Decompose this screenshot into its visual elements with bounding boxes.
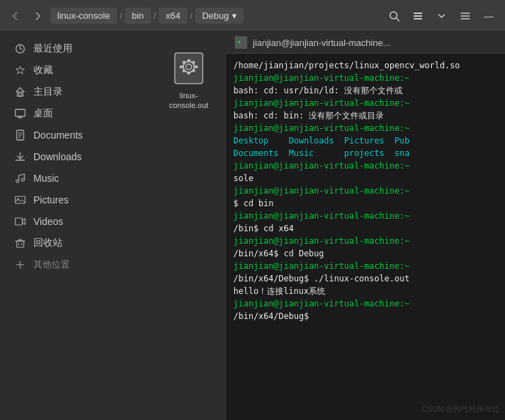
sidebar-item-home[interactable]: 主目录 — [3, 81, 147, 102]
sidebar-item-downloads[interactable]: Downloads — [3, 146, 147, 167]
sidebar-label-trash: 回收站 — [33, 237, 63, 249]
breadcrumb-linux-console[interactable]: linux-console — [50, 8, 117, 24]
title-bar: linux-console / bin / x64 / Debug ▾ — — [0, 0, 505, 32]
term-line-19: hello！连接linux系统 — [233, 285, 498, 297]
file-item-linux-console[interactable]: linux-console.out — [161, 43, 217, 116]
sidebar-label-downloads: Downloads — [33, 151, 81, 162]
sidebar-label-recent: 最近使用 — [33, 42, 72, 55]
sidebar-item-documents[interactable]: Documents — [3, 125, 147, 146]
svg-rect-3 — [414, 15, 422, 17]
term-line-4: jianjian@jianjian-virtual-machine:~ — [233, 97, 498, 109]
toolbar-icons: — — [384, 6, 499, 26]
terminal-title-bar: jianjian@jianjian-virtual-machine... — [226, 32, 505, 54]
sidebar-label-documents: Documents — [33, 130, 83, 141]
sidebar-label-favorites: 收藏 — [33, 64, 53, 77]
back-button[interactable] — [6, 6, 25, 26]
sidebar-label-desktop: 桌面 — [33, 107, 53, 120]
sidebar-item-recent[interactable]: 最近使用 — [3, 38, 147, 59]
svg-rect-34 — [175, 53, 203, 84]
terminal-icon — [235, 36, 247, 49]
sidebar-label-music: Music — [33, 173, 59, 184]
sidebar-item-trash[interactable]: 回收站 — [3, 233, 147, 254]
breadcrumb-sep-2: / — [153, 11, 157, 21]
term-line-12: $ cd bin — [233, 197, 498, 210]
sidebar-item-music[interactable]: Music — [3, 168, 147, 189]
forward-button[interactable] — [28, 6, 47, 26]
svg-point-24 — [22, 178, 24, 181]
sidebar-label-other: 其他位置 — [33, 258, 70, 271]
term-line-9: jianjian@jianjian-virtual-machine:~ — [233, 160, 498, 172]
term-line-11: jianjian@jianjian-virtual-machine:~ — [233, 185, 498, 197]
terminal-title: jianjian@jianjian-virtual-machine... — [253, 38, 497, 48]
clock-icon — [14, 42, 26, 55]
svg-rect-27 — [15, 218, 22, 225]
breadcrumb-debug[interactable]: Debug ▾ — [195, 8, 243, 24]
breadcrumb-bar: linux-console / bin / x64 / Debug ▾ — [50, 8, 375, 24]
breadcrumb-sep-1: / — [118, 11, 123, 21]
videos-icon — [14, 215, 26, 228]
sidebar-item-videos[interactable]: Videos — [3, 211, 147, 232]
breadcrumb-x64[interactable]: x64 — [159, 8, 187, 24]
svg-marker-11 — [16, 66, 24, 74]
documents-icon — [14, 129, 26, 141]
term-line-2: jianjian@jianjian-virtual-machine:~ — [233, 72, 498, 84]
sidebar-item-pictures[interactable]: Pictures — [3, 189, 147, 210]
main-content: 最近使用 收藏 主目录 桌面 Documents — [0, 32, 505, 420]
sidebar-item-other[interactable]: 其他位置 — [3, 254, 147, 275]
term-line-8: Documents Music projects sna — [233, 147, 498, 160]
breadcrumb-sep-3: / — [189, 11, 194, 21]
term-line-15: jianjian@jianjian-virtual-machine:~ — [233, 235, 498, 247]
file-icon-executable — [169, 49, 208, 88]
watermark: CSDN @帅气转身而过 — [422, 404, 499, 414]
sort-dropdown-button[interactable] — [431, 6, 452, 26]
term-line-6: jianjian@jianjian-virtual-machine:~ — [233, 122, 498, 134]
svg-rect-12 — [17, 92, 23, 96]
svg-rect-25 — [15, 196, 25, 203]
breadcrumb-bin[interactable]: bin — [125, 8, 150, 24]
term-line-14: /bin$ cd x64 — [233, 222, 498, 235]
terminal-overlay: jianjian@jianjian-virtual-machine... /ho… — [226, 32, 505, 420]
svg-line-10 — [20, 49, 22, 49]
plus-icon — [14, 258, 26, 271]
term-line-18: /bin/x64/Debug$ ./linux-console.out — [233, 272, 498, 285]
term-line-17: jianjian@jianjian-virtual-machine:~ — [233, 260, 498, 272]
svg-rect-14 — [15, 109, 25, 116]
pictures-icon — [14, 194, 26, 206]
term-line-1: /home/jianjian/projects/linux_opencv_wor… — [233, 59, 498, 72]
term-line-10: sole — [233, 172, 498, 185]
svg-rect-39 — [187, 72, 190, 75]
term-line-5: bash: cd: bin: 没有那个文件或目录 — [233, 109, 498, 122]
home-icon — [14, 86, 26, 98]
desktop-icon — [14, 107, 26, 120]
term-line-3: bash: cd: usr/bin/ld: 没有那个文件或 — [233, 84, 498, 97]
svg-point-23 — [16, 180, 19, 182]
terminal-body[interactable]: /home/jianjian/projects/linux_opencv_wor… — [226, 54, 505, 420]
sidebar-item-favorites[interactable]: 收藏 — [3, 60, 147, 81]
svg-rect-40 — [180, 65, 182, 68]
svg-rect-2 — [414, 13, 422, 14]
term-line-20: jianjian@jianjian-virtual-machine:~ — [233, 297, 498, 310]
search-button[interactable] — [384, 6, 405, 26]
star-icon — [14, 64, 26, 77]
sidebar-label-videos: Videos — [33, 216, 63, 227]
svg-rect-28 — [17, 241, 24, 247]
list-view-button[interactable] — [407, 6, 428, 26]
term-line-21: /bin/x64/Debug$ — [233, 310, 498, 322]
term-line-16: /bin/x64$ cd Debug — [233, 247, 498, 260]
svg-rect-38 — [187, 59, 190, 62]
minimize-button[interactable]: — — [479, 6, 499, 26]
svg-rect-41 — [195, 65, 198, 68]
term-line-13: jianjian@jianjian-virtual-machine:~ — [233, 210, 498, 222]
sidebar-item-desktop[interactable]: 桌面 — [3, 103, 147, 124]
svg-rect-46 — [237, 39, 245, 46]
svg-rect-4 — [414, 18, 422, 20]
file-name: linux-console.out — [169, 91, 208, 111]
sidebar: 最近使用 收藏 主目录 桌面 Documents — [0, 32, 150, 420]
file-area: linux-console.out jianjian@jianjian-virt… — [150, 32, 505, 420]
menu-button[interactable] — [455, 6, 476, 26]
sidebar-label-pictures: Pictures — [33, 194, 69, 205]
sidebar-label-home: 主目录 — [33, 86, 63, 98]
trash-icon — [14, 237, 26, 249]
downloads-icon — [14, 150, 26, 163]
term-line-7: Desktop Downloads Pictures Pub — [233, 134, 498, 147]
